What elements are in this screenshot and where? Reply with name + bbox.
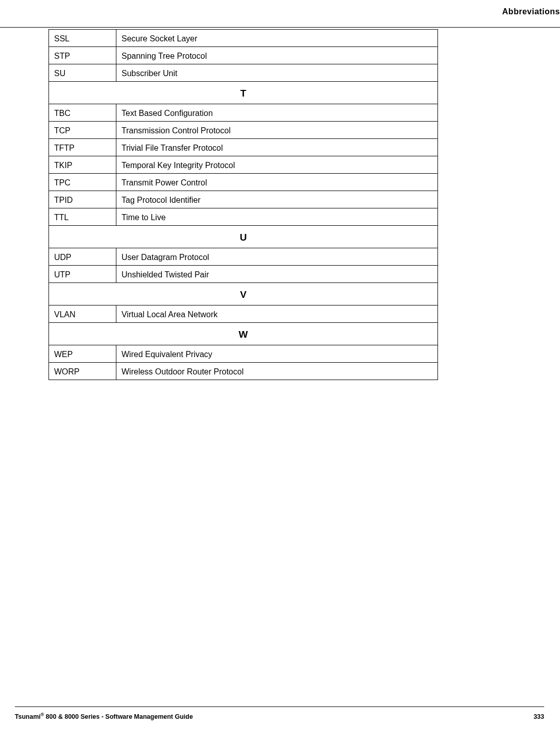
- footer-product: Tsunami: [15, 713, 40, 720]
- page-header-title: Abbreviations: [502, 7, 560, 16]
- table-row: TBCText Based Configuration: [49, 104, 438, 122]
- section-header: T: [49, 82, 438, 104]
- definition-cell: Subscriber Unit: [116, 64, 438, 82]
- definition-cell: Text Based Configuration: [116, 104, 438, 122]
- table-row: TPCTransmit Power Control: [49, 174, 438, 191]
- table-row: SUSubscriber Unit: [49, 64, 438, 82]
- abbreviation-cell: STP: [49, 47, 116, 64]
- table-row: UDPUser Datagram Protocol: [49, 248, 438, 266]
- table-row: TTLTime to Live: [49, 208, 438, 226]
- table-row: TPIDTag Protocol Identifier: [49, 191, 438, 208]
- abbreviation-cell: TKIP: [49, 156, 116, 174]
- table-row: TFTPTrivial File Transfer Protocol: [49, 139, 438, 156]
- footer-series: 800 & 8000 Series - Software Management …: [44, 713, 193, 720]
- definition-cell: Wired Equivalent Privacy: [116, 345, 438, 363]
- footer-rule: [15, 707, 544, 707]
- table-row: WORPWireless Outdoor Router Protocol: [49, 363, 438, 380]
- definition-cell: Secure Socket Layer: [116, 30, 438, 47]
- abbreviation-cell: TBC: [49, 104, 116, 122]
- table-row: TKIPTemporal Key Integrity Protocol: [49, 156, 438, 174]
- header-rule: [0, 27, 560, 28]
- table-row: STPSpanning Tree Protocol: [49, 47, 438, 64]
- abbreviation-cell: UTP: [49, 266, 116, 283]
- definition-cell: User Datagram Protocol: [116, 248, 438, 266]
- definition-cell: Spanning Tree Protocol: [116, 47, 438, 64]
- abbreviation-cell: WEP: [49, 345, 116, 363]
- section-header: U: [49, 226, 438, 248]
- table-row: U: [49, 226, 438, 248]
- table-row: W: [49, 323, 438, 345]
- section-header: W: [49, 323, 438, 345]
- table-row: WEPWired Equivalent Privacy: [49, 345, 438, 363]
- section-header: V: [49, 283, 438, 305]
- definition-cell: Transmit Power Control: [116, 174, 438, 191]
- footer-left: Tsunami® 800 & 8000 Series - Software Ma…: [15, 712, 193, 720]
- abbreviation-cell: VLAN: [49, 305, 116, 323]
- content-area: SSLSecure Socket LayerSTPSpanning Tree P…: [48, 29, 438, 380]
- footer-page-number: 333: [533, 713, 544, 720]
- definition-cell: Wireless Outdoor Router Protocol: [116, 363, 438, 380]
- abbreviation-cell: WORP: [49, 363, 116, 380]
- definition-cell: Temporal Key Integrity Protocol: [116, 156, 438, 174]
- abbreviation-cell: UDP: [49, 248, 116, 266]
- definition-cell: Virtual Local Area Network: [116, 305, 438, 323]
- abbreviation-cell: TFTP: [49, 139, 116, 156]
- table-row: T: [49, 82, 438, 104]
- abbreviations-table: SSLSecure Socket LayerSTPSpanning Tree P…: [48, 29, 438, 380]
- definition-cell: Time to Live: [116, 208, 438, 226]
- abbreviation-cell: TPC: [49, 174, 116, 191]
- definition-cell: Trivial File Transfer Protocol: [116, 139, 438, 156]
- table-row: TCPTransmission Control Protocol: [49, 122, 438, 139]
- abbreviation-cell: TTL: [49, 208, 116, 226]
- abbreviation-cell: TCP: [49, 122, 116, 139]
- abbreviation-cell: TPID: [49, 191, 116, 208]
- table-row: SSLSecure Socket Layer: [49, 30, 438, 47]
- definition-cell: Transmission Control Protocol: [116, 122, 438, 139]
- table-row: UTPUnshielded Twisted Pair: [49, 266, 438, 283]
- table-row: V: [49, 283, 438, 305]
- table-row: VLANVirtual Local Area Network: [49, 305, 438, 323]
- definition-cell: Unshielded Twisted Pair: [116, 266, 438, 283]
- abbreviation-cell: SU: [49, 64, 116, 82]
- definition-cell: Tag Protocol Identifier: [116, 191, 438, 208]
- abbreviation-cell: SSL: [49, 30, 116, 47]
